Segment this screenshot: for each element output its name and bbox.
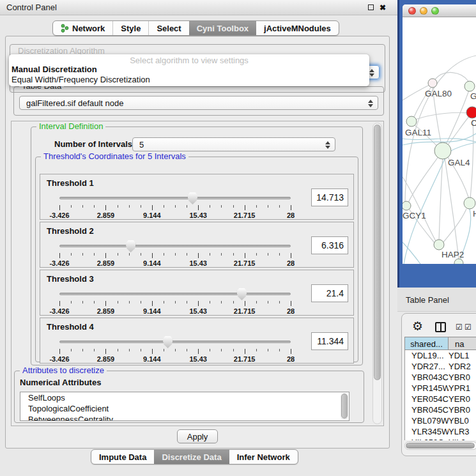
apply-button[interactable]: Apply — [177, 429, 218, 443]
cell[interactable]: YER054C — [405, 394, 449, 404]
cell[interactable]: YDL19... — [405, 350, 449, 361]
cell[interactable]: YBR045C — [405, 404, 449, 415]
list-item[interactable]: SelfLoops — [20, 392, 349, 403]
network-node[interactable] — [464, 197, 475, 209]
checkbox-icon[interactable]: ☑ — [456, 323, 463, 332]
cell[interactable]: YIL052C — [405, 437, 449, 440]
scrollbar-thumb[interactable] — [341, 394, 348, 418]
popup-item-equal-width-frequency[interactable]: Equal Width/Frequency Discretization — [9, 75, 369, 85]
cell[interactable]: YIL0 — [449, 437, 476, 440]
table-row[interactable]: YIL052CYIL0 — [405, 437, 476, 440]
threshold-value-field[interactable]: 11.344 — [311, 332, 348, 350]
network-canvas[interactable]: GAL80 GA C GAL11 GAL4 GCY1 H HAP2 — [403, 17, 476, 264]
checkbox-icon[interactable]: ☑ — [464, 323, 472, 332]
panel-title: Control Panel — [6, 3, 57, 12]
slider-thumb[interactable] — [188, 192, 197, 204]
combo-stepper-icon — [368, 99, 373, 108]
network-node[interactable] — [434, 142, 451, 159]
threshold-value-field[interactable]: 6.316 — [311, 236, 348, 254]
cell[interactable]: YBR0 — [449, 372, 476, 383]
slider-thumb[interactable] — [126, 240, 135, 252]
network-node-selected[interactable] — [466, 107, 476, 118]
slider-track[interactable] — [59, 197, 291, 199]
cell[interactable]: YPR1 — [449, 383, 476, 394]
titlebar-buttons: ✖ — [368, 4, 386, 11]
scrollbar-thumb[interactable] — [374, 125, 381, 380]
network-window[interactable]: GAL80 GA C GAL11 GAL4 GCY1 H HAP2 — [397, 0, 476, 288]
threshold-slider[interactable]: -3.4262.8599.14415.4321.71528 — [59, 288, 291, 315]
network-node[interactable] — [434, 240, 444, 250]
cell[interactable]: YLR3 — [449, 426, 476, 437]
group-title: Attributes to discretize — [20, 365, 107, 375]
minimize-traffic-light[interactable] — [420, 7, 427, 15]
zoom-traffic-light[interactable] — [431, 7, 439, 15]
tab-select[interactable]: Select — [148, 21, 188, 35]
cell[interactable]: YLR345W — [405, 426, 449, 437]
table-row[interactable]: YDL19...YDL1 — [405, 350, 476, 361]
cell[interactable]: YBL0 — [449, 415, 476, 426]
table-panel-title: Table Panel — [406, 295, 449, 305]
column-header-name[interactable]: na — [449, 337, 476, 349]
network-node[interactable] — [406, 116, 417, 127]
slider-track[interactable] — [59, 293, 291, 295]
table-row[interactable]: YLR345WYLR3 — [405, 426, 476, 437]
cell[interactable]: YDL1 — [449, 350, 476, 361]
table-row[interactable]: YDR27...YDR2 — [405, 361, 476, 372]
tab-impute-data[interactable]: Impute Data — [91, 450, 154, 464]
cell[interactable]: YDR27... — [405, 361, 449, 372]
bottom-tabbar: Impute Data Discretize Data Infer Networ… — [91, 449, 298, 464]
settings-scrollbar[interactable] — [372, 123, 382, 424]
list-item[interactable]: BetweennessCentrality — [20, 414, 349, 421]
cell[interactable]: YER0 — [449, 394, 476, 404]
tab-jactivemnodules[interactable]: jActiveMNodules — [256, 21, 339, 35]
network-node[interactable] — [464, 81, 475, 91]
threshold-slider[interactable]: -3.4262.8599.14415.4321.71528 — [59, 336, 291, 363]
table-row[interactable]: YBR043CYBR0 — [405, 372, 476, 383]
popup-item-manual-discretization[interactable]: Manual Discretization — [9, 65, 369, 75]
slider-thumb[interactable] — [237, 288, 247, 300]
table-horizontal-scrollbar[interactable] — [404, 441, 476, 450]
tab-network[interactable]: Network — [53, 21, 112, 35]
cell[interactable]: YDR2 — [449, 361, 476, 372]
slider-thumb[interactable] — [163, 336, 173, 348]
table-row[interactable]: YER054CYER0 — [405, 394, 476, 404]
thresholds-group: Threshold's Coordinates for 5 Intervals … — [35, 157, 358, 362]
columns-icon[interactable] — [435, 322, 446, 332]
cell[interactable]: YBR0 — [449, 404, 476, 415]
slider-track[interactable] — [59, 341, 291, 343]
network-node[interactable] — [428, 79, 437, 88]
table-data-combobox[interactable]: galFiltered.sif default node — [19, 96, 378, 110]
threshold-value-field[interactable]: 14.713 — [311, 188, 348, 206]
scrollbar-thumb[interactable] — [406, 443, 475, 449]
num-intervals-combobox[interactable]: 5 — [132, 137, 335, 151]
gear-icon[interactable]: ⚙ — [412, 319, 423, 334]
table-row[interactable]: YPR145WYPR1 — [405, 383, 476, 394]
threshold-slider[interactable]: -3.4262.8599.14415.4321.71528 — [59, 240, 291, 267]
list-item[interactable]: TopologicalCoefficient — [20, 403, 349, 414]
cell[interactable]: YBR043C — [405, 372, 449, 383]
cell[interactable]: YPR145W — [405, 383, 449, 394]
table-row[interactable]: YBR045CYBR0 — [405, 404, 476, 415]
table-row[interactable]: YBL079WYBL0 — [405, 415, 476, 426]
close-traffic-light[interactable] — [408, 7, 416, 15]
network-icon — [61, 24, 69, 33]
cell[interactable]: YBL079W — [405, 415, 449, 426]
network-window-titlebar[interactable] — [403, 4, 476, 17]
network-node[interactable] — [403, 201, 411, 210]
network-node[interactable] — [454, 259, 463, 264]
tab-discretize-data[interactable]: Discretize Data — [154, 450, 229, 464]
column-header-shared-name[interactable]: shared... — [405, 337, 449, 349]
threshold-label: Threshold 4 — [47, 322, 94, 332]
tab-cyni-toolbox[interactable]: Cyni Toolbox — [189, 21, 256, 35]
slider-track[interactable] — [59, 245, 291, 247]
threshold-slider[interactable]: -3.4262.8599.14415.4321.71528 — [59, 192, 291, 219]
threshold-value-field[interactable]: 21.4 — [311, 284, 348, 302]
tab-label: Infer Network — [237, 452, 290, 462]
node-label: HAP2 — [441, 250, 464, 259]
list-scrollbar[interactable] — [341, 393, 348, 420]
close-icon[interactable]: ✖ — [380, 4, 386, 11]
float-window-icon[interactable] — [368, 4, 374, 10]
cyni-toolbox-panel: Discretization Algorithm Table Data galF… — [5, 36, 390, 449]
tab-style[interactable]: Style — [112, 21, 148, 35]
tab-infer-network[interactable]: Infer Network — [229, 450, 298, 464]
